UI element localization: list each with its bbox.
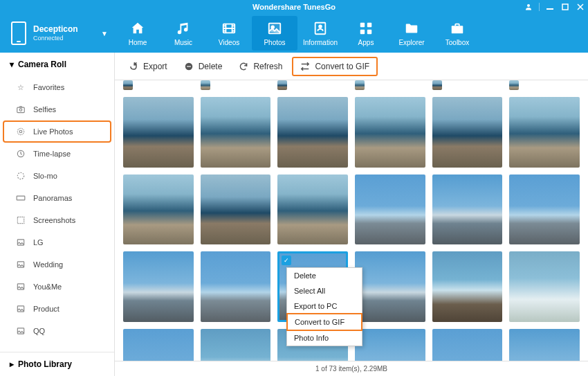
device-selector[interactable]: Decepticon Connected ▼ <box>0 14 115 53</box>
sidebar-item-lg[interactable]: LG <box>0 231 114 253</box>
photo-thumbnail[interactable] <box>432 174 503 245</box>
photo-thumbnail[interactable] <box>355 251 425 322</box>
sidebar-item-live-photos[interactable]: Live Photos <box>3 120 111 143</box>
home-icon <box>130 21 145 36</box>
button-label: Convert to GIF <box>315 62 369 71</box>
titlebar: Wondershare TunesGo <box>0 0 588 14</box>
photo-thumbnail[interactable] <box>432 329 503 361</box>
sidebar-item-slomo[interactable]: Slo-mo <box>0 165 114 187</box>
tab-label: Videos <box>219 39 239 46</box>
photo-thumbnail[interactable] <box>123 80 133 90</box>
sidebar-items: ☆Favorites Selfies Live Photos Time-laps… <box>0 76 114 352</box>
section-label: Photo Library <box>18 359 72 369</box>
svg-rect-10 <box>360 29 365 33</box>
photo-thumbnail[interactable] <box>277 174 348 245</box>
button-label: Delete <box>199 62 223 71</box>
context-menu: Delete Select All Export to PC Convert t… <box>286 267 362 346</box>
convert-icon <box>300 62 310 71</box>
tab-label: Photos <box>264 39 285 46</box>
tab-label: Apps <box>358 39 374 46</box>
context-photo-info[interactable]: Photo Info <box>287 330 362 346</box>
tab-videos[interactable]: Videos <box>206 14 252 53</box>
toolbar: Export Delete Refresh Convert to GIF <box>115 53 588 80</box>
photo-thumbnail[interactable] <box>123 174 194 245</box>
tab-information[interactable]: Information <box>297 14 343 53</box>
tab-label: Toolbox <box>445 39 469 46</box>
context-convert-gif[interactable]: Convert to GIF <box>286 313 362 331</box>
export-button[interactable]: Export <box>122 58 174 75</box>
tab-toolbox[interactable]: Toolbox <box>434 14 480 53</box>
sidebar-section-photo-library[interactable]: ▸ Photo Library <box>0 352 114 376</box>
svg-rect-2 <box>562 4 568 10</box>
photo-thumbnail[interactable] <box>201 251 271 322</box>
photo-thumbnail[interactable] <box>277 97 348 168</box>
photo-thumbnail[interactable] <box>432 251 503 322</box>
sidebar-item-timelapse[interactable]: Time-lapse <box>0 143 114 165</box>
sidebar-item-product[interactable]: Product <box>0 298 114 320</box>
sidebar-item-label: You&Me <box>33 283 62 291</box>
sidebar-item-screenshots[interactable]: Screenshots <box>0 209 114 231</box>
photo-thumbnail[interactable] <box>201 97 271 168</box>
sidebar-item-label: Wedding <box>33 260 63 269</box>
user-icon[interactable] <box>524 2 533 12</box>
svg-rect-9 <box>367 22 371 26</box>
photo-thumbnail[interactable] <box>432 80 442 90</box>
delete-icon <box>184 62 194 71</box>
maximize-icon[interactable] <box>560 2 570 12</box>
tab-apps[interactable]: Apps <box>343 14 389 53</box>
photo-thumbnail[interactable] <box>432 97 503 168</box>
sidebar-item-wedding[interactable]: Wedding <box>0 253 114 276</box>
sidebar-item-label: Product <box>33 305 59 313</box>
minimize-icon[interactable] <box>545 2 555 12</box>
tab-home[interactable]: Home <box>115 14 160 53</box>
phone-icon <box>11 21 26 45</box>
main: Export Delete Refresh Convert to GIF <box>115 53 588 376</box>
photo-thumbnail[interactable] <box>355 97 425 168</box>
button-label: Refresh <box>253 62 282 71</box>
photo-thumbnail[interactable] <box>201 80 210 90</box>
sidebar-item-selfies[interactable]: Selfies <box>0 98 114 120</box>
photo-thumbnail[interactable] <box>123 251 194 322</box>
photo-grid-wrap: ✓ Delete Select All Export to PC Convert… <box>115 80 588 361</box>
convert-to-gif-button[interactable]: Convert to GIF <box>292 57 378 76</box>
tab-music[interactable]: Music <box>160 14 206 53</box>
sidebar: ▾ Camera Roll ☆Favorites Selfies Live Ph… <box>0 53 115 376</box>
photo-thumbnail[interactable] <box>509 97 580 168</box>
photo-thumbnail[interactable] <box>201 174 271 245</box>
photo-thumbnail[interactable] <box>201 329 271 361</box>
refresh-button[interactable]: Refresh <box>232 58 289 75</box>
context-export-pc[interactable]: Export to PC <box>287 298 362 314</box>
delete-button[interactable]: Delete <box>177 58 230 75</box>
tab-explorer[interactable]: Explorer <box>389 14 434 53</box>
sidebar-item-favorites[interactable]: ☆Favorites <box>0 76 114 98</box>
photo-thumbnail[interactable] <box>355 80 365 90</box>
photo-thumbnail[interactable] <box>123 329 194 361</box>
sidebar-item-panoramas[interactable]: Panoramas <box>0 187 114 209</box>
explorer-icon <box>404 21 419 36</box>
app-title: Wondershare TunesGo <box>252 3 336 11</box>
chevron-down-icon: ▼ <box>101 30 108 37</box>
camera-icon <box>15 104 26 115</box>
sidebar-item-qq[interactable]: QQ <box>0 320 114 342</box>
panorama-icon <box>15 193 26 204</box>
context-delete[interactable]: Delete <box>287 268 362 283</box>
tab-photos[interactable]: Photos <box>252 16 297 51</box>
check-icon: ✓ <box>282 256 291 265</box>
sidebar-item-youandme[interactable]: You&Me <box>0 276 114 298</box>
photo-thumbnail[interactable] <box>277 80 287 90</box>
photo-thumbnail[interactable] <box>509 174 580 245</box>
photo-thumbnail[interactable] <box>509 80 519 90</box>
sidebar-item-label: Selfies <box>33 105 56 114</box>
sidebar-section-camera-roll[interactable]: ▾ Camera Roll <box>0 53 114 76</box>
photo-thumbnail[interactable] <box>509 251 580 322</box>
device-status: Connected <box>33 35 78 42</box>
photo-thumbnail[interactable] <box>355 329 425 361</box>
album-icon <box>15 237 26 248</box>
photo-thumbnail[interactable] <box>355 174 425 245</box>
sidebar-item-label: Live Photos <box>33 127 73 136</box>
photo-thumbnail[interactable] <box>123 97 194 168</box>
photo-thumbnail[interactable] <box>509 329 580 361</box>
svg-point-15 <box>19 130 22 133</box>
close-icon[interactable] <box>576 2 585 12</box>
context-select-all[interactable]: Select All <box>287 283 362 298</box>
